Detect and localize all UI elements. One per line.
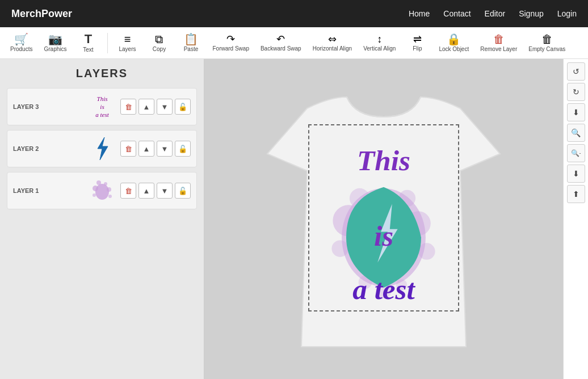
- layer-3-preview: Thisisa test: [89, 93, 116, 120]
- splat-preview: [91, 178, 114, 203]
- layer-3-delete[interactable]: 🗑: [120, 99, 136, 115]
- toolbar-products[interactable]: 🛒 Products: [6, 31, 37, 54]
- layer-3-preview-text: Thisisa test: [95, 95, 109, 119]
- layer-1-down[interactable]: ▼: [157, 183, 173, 199]
- layer-1-delete[interactable]: 🗑: [120, 183, 136, 199]
- paste-icon: 📋: [184, 33, 198, 45]
- svg-point-2: [93, 186, 98, 191]
- toolbar-v-align-label: Vertical Align: [363, 45, 396, 52]
- layer-2-controls: 🗑 ▲ ▼ 🔓: [120, 141, 191, 157]
- toolbar-products-label: Products: [10, 46, 32, 52]
- main-area: LAYERS LAYER 3 Thisisa test 🗑 ▲ ▼ 🔓 LAYE…: [0, 59, 588, 379]
- layer-3-label: LAYER 3: [13, 103, 84, 110]
- export-button[interactable]: ⬇: [567, 165, 585, 183]
- zoom-out-button[interactable]: 🔍-: [567, 144, 585, 162]
- svg-point-4: [96, 180, 101, 185]
- text-icon: T: [85, 33, 92, 45]
- forward-swap-icon: ↷: [226, 34, 235, 44]
- toolbar-lock[interactable]: 🔒 Lock Object: [434, 31, 473, 54]
- toolbar-v-align[interactable]: ↕ Vertical Align: [359, 32, 400, 54]
- download-button[interactable]: ⬇: [567, 103, 585, 121]
- toolbar-layers-label: Layers: [119, 46, 136, 52]
- nav-signup[interactable]: Signup: [519, 9, 544, 18]
- zoom-in-button[interactable]: 🔍: [567, 124, 585, 142]
- toolbar-empty-label: Empty Canvas: [528, 46, 565, 52]
- layer-3-item: LAYER 3 Thisisa test 🗑 ▲ ▼ 🔓: [7, 88, 197, 125]
- toolbar: 🛒 Products 📷 Graphics T Text ≡ Layers ⧉ …: [0, 27, 588, 59]
- layer-2-preview: [89, 135, 116, 162]
- toolbar-copy-label: Copy: [153, 46, 166, 52]
- svg-point-6: [93, 193, 96, 197]
- toolbar-forward-label: Forward Swap: [212, 45, 249, 52]
- upload-button[interactable]: ⬆: [567, 185, 585, 203]
- toolbar-paste[interactable]: 📋 Paste: [176, 31, 205, 54]
- flip-icon: ⇌: [413, 34, 422, 44]
- layer-2-up[interactable]: ▲: [138, 141, 154, 157]
- toolbar-flip[interactable]: ⇌ Flip: [402, 32, 432, 54]
- layer-3-lock[interactable]: 🔓: [175, 99, 191, 115]
- backward-swap-icon: ↶: [276, 34, 285, 44]
- layers-icon: ≡: [124, 33, 131, 45]
- layer-2-down[interactable]: ▼: [157, 141, 173, 157]
- v-align-icon: ↕: [377, 34, 382, 44]
- toolbar-backward-swap[interactable]: ↶ Backward Swap: [256, 32, 306, 54]
- svg-text:a test: a test: [352, 273, 415, 305]
- empty-canvas-icon: 🗑: [541, 33, 553, 45]
- toolbar-graphics[interactable]: 📷 Graphics: [39, 31, 71, 54]
- nav-home[interactable]: Home: [409, 9, 430, 18]
- layer-2-delete[interactable]: 🗑: [120, 141, 136, 157]
- nav-editor[interactable]: Editor: [485, 9, 506, 18]
- lock-icon: 🔒: [447, 33, 461, 45]
- lightning-preview: [92, 136, 112, 161]
- layer-2-lock[interactable]: 🔓: [175, 141, 191, 157]
- layers-title: LAYERS: [0, 59, 204, 86]
- toolbar-layers[interactable]: ≡ Layers: [112, 31, 142, 54]
- toolbar-forward-swap[interactable]: ↷ Forward Swap: [208, 32, 253, 54]
- toolbar-h-align-label: Horizontal Align: [313, 45, 352, 52]
- layer-3-up[interactable]: ▲: [138, 99, 154, 115]
- layer-2-label: LAYER 2: [13, 145, 84, 152]
- layer-3-down[interactable]: ▼: [157, 99, 173, 115]
- toolbar-h-align[interactable]: ⇔ Horizontal Align: [308, 32, 356, 54]
- toolbar-text[interactable]: T Text: [73, 31, 103, 55]
- nav-contact[interactable]: Contact: [443, 9, 471, 18]
- camera-icon: 📷: [48, 33, 62, 45]
- svg-point-7: [108, 195, 112, 198]
- redo-button[interactable]: ↻: [567, 83, 585, 101]
- toolbar-lock-label: Lock Object: [439, 46, 469, 52]
- svg-point-1: [95, 184, 109, 200]
- tshirt-container: This is a test: [262, 74, 506, 364]
- right-panel: ↺ ↻ ⬇ 🔍 🔍- ⬇ ⬆: [563, 59, 588, 379]
- toolbar-backward-label: Backward Swap: [261, 45, 301, 52]
- toolbar-remove-label: Remove Layer: [480, 46, 517, 52]
- toolbar-graphics-label: Graphics: [44, 46, 66, 52]
- canvas-area: This is a test: [204, 59, 563, 379]
- layer-1-up[interactable]: ▲: [138, 183, 154, 199]
- svg-text:This: This: [357, 144, 410, 176]
- layer-3-controls: 🗑 ▲ ▼ 🔓: [120, 99, 191, 115]
- toolbar-paste-label: Paste: [184, 46, 199, 52]
- toolbar-flip-label: Flip: [413, 45, 422, 52]
- nav-login[interactable]: Login: [557, 9, 577, 18]
- svg-point-14: [418, 243, 435, 260]
- svg-marker-0: [98, 137, 108, 160]
- layer-1-controls: 🗑 ▲ ▼ 🔓: [120, 183, 191, 199]
- toolbar-text-label: Text: [83, 47, 93, 53]
- navbar: MerchPower Home Contact Editor Signup Lo…: [0, 0, 588, 27]
- svg-point-5: [104, 182, 107, 186]
- layer-2-item: LAYER 2 🗑 ▲ ▼ 🔓: [7, 130, 197, 167]
- toolbar-remove-layer[interactable]: 🗑 Remove Layer: [476, 31, 522, 54]
- brand-logo: MerchPower: [11, 8, 72, 20]
- design-svg: This is a test: [309, 124, 458, 311]
- toolbar-empty-canvas[interactable]: 🗑 Empty Canvas: [524, 31, 570, 54]
- h-align-icon: ⇔: [328, 34, 337, 44]
- sep1: [107, 33, 108, 53]
- undo-button[interactable]: ↺: [567, 62, 585, 81]
- svg-point-13: [331, 240, 348, 257]
- toolbar-copy[interactable]: ⧉ Copy: [144, 31, 174, 54]
- layer-1-preview: [89, 177, 116, 204]
- layer-1-lock[interactable]: 🔓: [175, 183, 191, 199]
- design-overlay: This is a test: [308, 124, 459, 311]
- copy-icon: ⧉: [155, 33, 163, 45]
- svg-text:is: is: [374, 220, 393, 252]
